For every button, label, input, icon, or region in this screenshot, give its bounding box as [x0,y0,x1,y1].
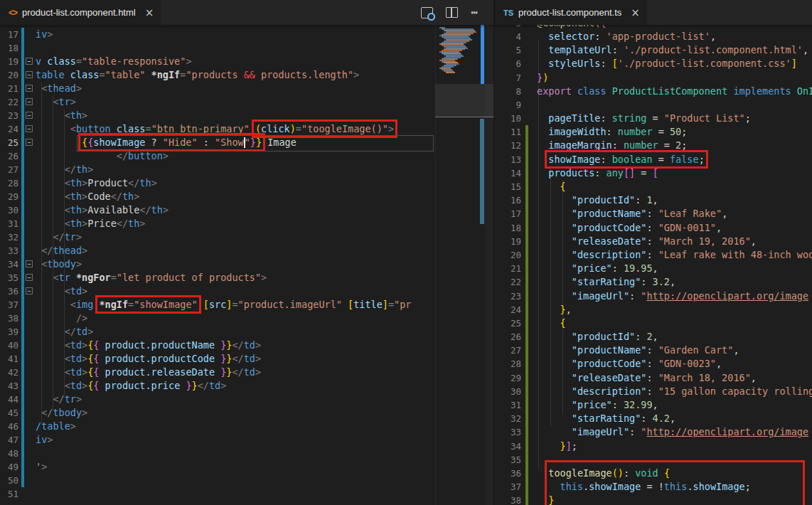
editor-pane-ts[interactable]: 3@Component({4 selector: 'app-product-li… [494,0,812,505]
editor-pane-html[interactable]: 17iv>1819−v class="table-responsive">20−… [0,0,435,505]
code-line[interactable]: 28 "productCode": "GDN-0023", [494,357,812,371]
open-preview-icon[interactable] [421,7,433,18]
code-line[interactable]: 33 </thead> [0,244,435,257]
code-line[interactable]: 48 [0,447,435,460]
code-line[interactable]: 19 "releaseDate": "March 19, 2016", [494,235,812,248]
git-gutter-modified-marker [21,190,24,203]
code-line[interactable]: 43 <td>{{ product.price }}</td> [0,379,435,393]
code-line[interactable]: 11 imageWidth: number = 50; [494,125,812,139]
fold-collapse-icon[interactable]: − [26,260,33,267]
git-gutter-modified-marker [21,447,24,460]
close-icon[interactable]: × [631,6,640,19]
code-line[interactable]: 14 products: any[] = [ [494,166,812,180]
code-line[interactable]: 42 <td>{{ product.releaseDate }}</td> [0,366,435,379]
code-line[interactable]: 29 <th>Code</th> [0,190,435,203]
code-line[interactable]: 6 styleUrls: ['./product-list.component.… [494,57,812,70]
code-line[interactable]: 33 "imageUrl": "http://openclipart.org/i… [494,425,812,439]
code-line[interactable]: 13 showImage: boolean = false; [494,153,812,166]
line-number: 13 [494,153,521,166]
code-line[interactable]: 21 "price": 19.95, [494,262,812,275]
code-line[interactable]: 39 </td> [0,325,435,339]
code-line[interactable]: 26 "productId": 2, [494,330,812,344]
code-line[interactable]: 35− <tr *ngFor="let product of products"… [0,271,435,285]
code-line[interactable]: 19−v class="table-responsive"> [0,55,435,68]
code-line[interactable]: 27 </th> [0,163,435,176]
code-line[interactable]: 36− <td> [0,285,435,298]
fold-collapse-icon[interactable]: − [26,112,33,119]
line-number: 44 [0,393,18,406]
fold-collapse-icon[interactable]: − [26,125,33,132]
fold-collapse-icon[interactable]: − [26,98,33,105]
code-line[interactable]: 5 templateUrl: './product-list.component… [494,43,812,57]
fold-collapse-icon[interactable]: − [26,58,33,65]
more-actions-icon[interactable]: ⋯ [471,9,479,16]
code-line[interactable]: 18 [0,41,435,55]
code-line[interactable]: 16 "productId": 1, [494,193,812,207]
code-line[interactable]: 37 <img *ngIf="showImage" [src]="product… [0,298,435,312]
code-line[interactable]: 29 "releaseDate": "March 18, 2016", [494,371,812,385]
fold-collapse-icon[interactable]: − [26,287,33,294]
line-number: 37 [0,298,18,312]
git-gutter-modified-marker [21,41,24,55]
code-line[interactable]: 12 imageMargin: number = 2; [494,139,812,152]
close-icon[interactable]: × [145,6,154,19]
code-line[interactable]: 23 "imageUrl": "http://openclipart.org/i… [494,289,812,303]
minimap-slider[interactable] [435,84,494,117]
line-number: 50 [0,474,18,487]
code-line[interactable]: 40 <td>{{ product.productName }}</td> [0,339,435,352]
code-line[interactable]: 47iv> [0,433,435,447]
fold-collapse-icon[interactable]: − [26,71,33,78]
code-line[interactable]: 18 "productCode": "GDN-0011", [494,221,812,235]
code-line[interactable]: 17iv> [0,28,435,41]
split-editor-icon[interactable] [446,7,458,18]
code-line[interactable]: 32 "starRating": 4.2, [494,412,812,425]
code-line[interactable]: 15 { [494,180,812,193]
git-gutter-added-marker [525,385,528,398]
code-line[interactable]: 50 [0,474,435,487]
code-line[interactable]: 20 "description": "Leaf rake with 48-inc… [494,248,812,262]
code-line[interactable]: 22− <tr> [0,95,435,109]
git-gutter-added-marker [525,453,528,467]
tab-product-list-component-ts[interactable]: TS product-list.component.ts × [495,0,647,25]
code-line[interactable]: 41 <td>{{ product.productCode }}</td> [0,352,435,366]
editor-group-divider [493,0,494,505]
code-line[interactable]: 9 [494,98,812,112]
code-line[interactable]: 23− <th> [0,109,435,122]
fold-collapse-icon[interactable]: − [26,85,33,92]
tab-product-list-component-html[interactable]: <> product-list.component.html × [0,0,161,25]
line-number: 24 [494,303,521,317]
fold-collapse-icon[interactable]: − [26,139,33,146]
code-line[interactable]: 32 </tr> [0,230,435,244]
code-line[interactable]: 24 }, [494,303,812,317]
code-line[interactable]: 17 "productName": "Leaf Rake", [494,207,812,220]
code-line[interactable]: 34 }]; [494,440,812,453]
code-line[interactable]: 44 </tr> [0,393,435,406]
code-line[interactable]: 38 /> [0,312,435,325]
code-line[interactable]: 21− <thead> [0,82,435,95]
code-line[interactable]: 34− <tbody> [0,257,435,271]
code-line[interactable]: 28 <th>Product</th> [0,176,435,190]
code-line[interactable]: 31 <th>Price</th> [0,217,435,230]
line-number: 4 [494,30,521,43]
git-gutter-added-marker [525,221,528,235]
code-line[interactable]: 22 "starRating": 3.2, [494,275,812,289]
code-line[interactable]: 7}) [494,71,812,85]
code-line[interactable]: 31 "price": 32.99, [494,398,812,412]
code-line[interactable]: 45 </tbody> [0,406,435,420]
code-line[interactable]: 24− <button class="btn btn-primary" (cli… [0,122,435,136]
code-line[interactable]: 27 "productName": "Garden Cart", [494,344,812,357]
code-line[interactable]: 8export class ProductListComponent imple… [494,85,812,98]
code-line[interactable]: 46/table> [0,420,435,433]
code-line[interactable]: 49'> [0,460,435,474]
code-line[interactable]: 51 [0,487,435,501]
code-line[interactable]: 20−table class="table" *ngIf="products &… [0,68,435,82]
code-line[interactable]: 30 <th>Available</th> [0,203,435,217]
code-line[interactable]: 25 { [494,317,812,330]
fold-collapse-icon[interactable]: − [26,274,33,281]
code-line[interactable]: 10 pageTitle: string = "Product List"; [494,112,812,125]
line-number: 19 [0,55,18,68]
code-line[interactable]: 4 selector: 'app-product-list', [494,30,812,43]
git-gutter-modified-marker [21,271,24,285]
git-gutter-modified-marker [21,420,24,433]
code-line[interactable]: 30 "description": "15 gallon capacity ro… [494,385,812,398]
